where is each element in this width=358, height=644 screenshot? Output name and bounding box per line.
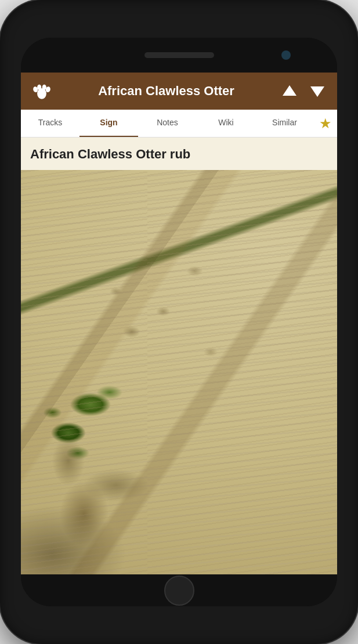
phone-screen-container: African Clawless Otter Tracks Sign Notes [21, 38, 337, 606]
svg-point-2 [37, 85, 41, 90]
otter-rub-image [21, 170, 337, 574]
content-title: African Clawless Otter rub [21, 138, 337, 170]
nav-next-button[interactable] [307, 81, 328, 102]
tab-bar: Tracks Sign Notes Wiki Similar ★ [21, 110, 337, 138]
sand-image-visual [21, 170, 337, 574]
phone-top-bar [21, 38, 337, 73]
paw-icon [30, 79, 53, 103]
app-title: African Clawless Otter [60, 84, 272, 99]
svg-marker-6 [310, 86, 324, 97]
speaker [144, 52, 214, 58]
app-header: African Clawless Otter [21, 73, 337, 110]
phone-bottom-bar [21, 574, 337, 606]
nav-prev-button[interactable] [279, 81, 300, 102]
tab-wiki[interactable]: Wiki [197, 110, 255, 137]
home-button[interactable] [164, 576, 194, 606]
content-area: African Clawless Otter rub [21, 138, 337, 574]
tab-notes[interactable]: Notes [138, 110, 197, 137]
phone-device: African Clawless Otter Tracks Sign Notes [0, 0, 358, 644]
tab-sign[interactable]: Sign [79, 110, 138, 137]
camera [281, 50, 291, 60]
app-screen: African Clawless Otter Tracks Sign Notes [21, 73, 337, 574]
tab-similar[interactable]: Similar [255, 110, 314, 137]
tab-tracks[interactable]: Tracks [21, 110, 79, 137]
favorite-star-button[interactable]: ★ [314, 110, 337, 137]
svg-marker-5 [283, 85, 296, 96]
